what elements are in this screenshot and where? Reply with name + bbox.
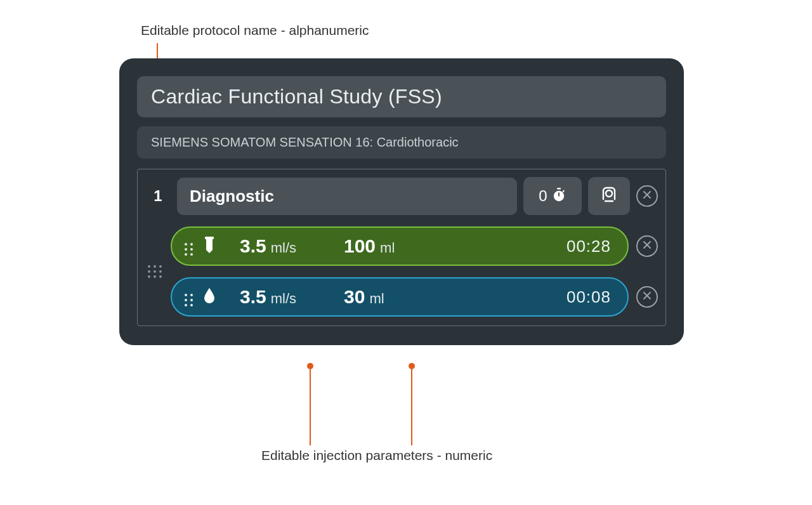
contrast-vial-icon xyxy=(203,236,216,256)
stopwatch-icon xyxy=(551,187,566,205)
phase-drag-handle[interactable] xyxy=(145,265,164,278)
injection-saline-pill[interactable]: 3.5 ml/s 30 ml 00:08 xyxy=(171,277,629,317)
callout-dot-volume xyxy=(409,363,415,369)
drag-handle-icon xyxy=(185,294,193,306)
svg-marker-9 xyxy=(206,250,213,253)
volume-input[interactable]: 100 ml xyxy=(344,235,433,257)
duration-value: 00:28 xyxy=(566,237,611,256)
phase-name-input[interactable]: Diagnostic xyxy=(177,178,517,215)
row-drag-handle[interactable] xyxy=(185,237,193,256)
delete-row-button[interactable] xyxy=(636,286,658,308)
svg-rect-2 xyxy=(558,193,560,197)
injection-rows: 3.5 ml/s 100 ml 00:28 xyxy=(171,226,658,317)
phase-header: 1 Diagnostic 0 xyxy=(145,177,658,215)
close-icon xyxy=(643,291,652,303)
rate-input[interactable]: 3.5 ml/s xyxy=(240,235,335,257)
phase-delay-value: 0 xyxy=(539,187,547,205)
svg-rect-7 xyxy=(205,237,214,239)
row-drag-handle[interactable] xyxy=(185,287,193,306)
delete-phase-button[interactable] xyxy=(636,185,658,207)
phase-delay-input[interactable]: 0 xyxy=(523,177,582,215)
scanner-selector[interactable]: SIEMENS SOMATOM SENSATION 16: Cardiothor… xyxy=(137,126,666,159)
svg-rect-0 xyxy=(557,188,561,189)
close-icon xyxy=(643,240,652,252)
injection-row: 3.5 ml/s 30 ml 00:08 xyxy=(171,277,658,317)
svg-point-4 xyxy=(606,190,612,197)
protocol-name-input[interactable]: Cardiac Functional Study (FSS) xyxy=(137,76,666,117)
injection-contrast-pill[interactable]: 3.5 ml/s 100 ml 00:28 xyxy=(171,226,629,266)
volume-value: 30 xyxy=(344,286,365,308)
callout-dot-rate xyxy=(307,363,313,369)
phase-number: 1 xyxy=(145,187,171,205)
rate-value: 3.5 xyxy=(240,235,266,257)
svg-rect-3 xyxy=(562,190,565,192)
volume-unit: ml xyxy=(380,240,395,256)
volume-input[interactable]: 30 ml xyxy=(344,286,433,308)
injection-row: 3.5 ml/s 100 ml 00:28 xyxy=(171,226,658,266)
delete-row-button[interactable] xyxy=(636,235,658,257)
rate-value: 3.5 xyxy=(240,286,266,308)
drag-handle-icon xyxy=(148,265,162,278)
svg-rect-8 xyxy=(206,239,213,250)
saline-drop-icon xyxy=(203,287,216,306)
drag-handle-icon xyxy=(185,243,193,256)
volume-value: 100 xyxy=(344,235,376,257)
annotation-protocol-name: Editable protocol name - alphanumeric xyxy=(141,23,369,38)
callout-line-rate xyxy=(310,368,311,445)
phase-group: 1 Diagnostic 0 xyxy=(137,169,666,326)
volume-unit: ml xyxy=(369,291,384,307)
rate-unit: ml/s xyxy=(271,291,296,307)
rate-unit: ml/s xyxy=(271,240,296,256)
annotation-injection-params: Editable injection parameters - numeric xyxy=(261,448,492,463)
protocol-panel: Cardiac Functional Study (FSS) SIEMENS S… xyxy=(119,58,684,345)
scanner-gantry-icon xyxy=(599,185,619,207)
duration-value: 00:08 xyxy=(566,287,611,307)
close-icon xyxy=(643,190,652,202)
callout-line-volume xyxy=(411,368,412,445)
rate-input[interactable]: 3.5 ml/s xyxy=(240,286,335,308)
scan-type-button[interactable] xyxy=(588,177,630,215)
